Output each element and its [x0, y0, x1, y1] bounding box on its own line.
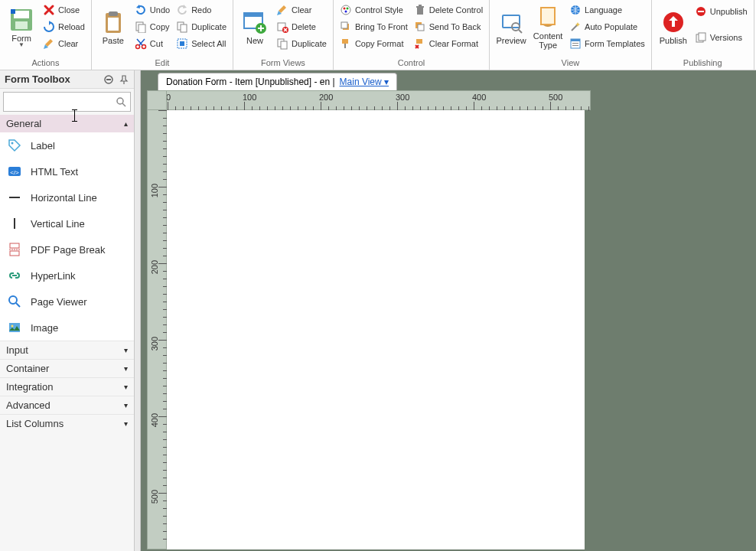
ribbon-group-publishing: Publish Unpublish Versions Publishing	[652, 0, 754, 70]
svg-rect-21	[281, 41, 287, 49]
tool-hyperlink[interactable]: HyperLink	[0, 262, 134, 289]
tool-image[interactable]: Image	[0, 315, 134, 341]
clear-format-button[interactable]: Clear Format	[411, 35, 486, 52]
sidebar-cat-advanced[interactable]: Advanced ▾	[0, 396, 134, 414]
chevron-down-icon: ▾	[124, 346, 128, 354]
tool-page-viewer[interactable]: Page Viewer	[0, 289, 134, 315]
control-style-button[interactable]: Control Style	[337, 2, 411, 18]
document-tab[interactable]: Donation Form - Item [Unpublished] - en …	[158, 73, 397, 90]
search-input[interactable]	[3, 92, 131, 112]
general-items: Label </> HTML Text Horizontal Line Vert…	[0, 132, 134, 341]
svg-rect-35	[416, 39, 422, 44]
close-button[interactable]: Close	[40, 2, 88, 18]
collapse-icon[interactable]	[103, 74, 114, 85]
tool-vertical-line[interactable]: Vertical Line	[0, 210, 134, 236]
duplicate-view-button[interactable]: Duplicate	[273, 35, 330, 52]
select-all-button[interactable]: Select All	[173, 35, 230, 52]
svg-rect-48	[698, 11, 704, 12]
chevron-down-icon: ▾	[124, 419, 128, 428]
svg-rect-45	[572, 45, 578, 46]
sidebar-cat-integration[interactable]: Integration ▾	[0, 377, 134, 396]
tool-pdf-page-break[interactable]: PDF Page Break	[0, 236, 134, 262]
splitter[interactable]	[135, 70, 141, 551]
chevron-up-icon: ▴	[124, 119, 128, 128]
broom-icon	[276, 4, 288, 16]
content-type-button[interactable]: Content Type	[530, 2, 566, 54]
svg-rect-6	[108, 18, 119, 31]
tab-view-link[interactable]: Main View ▾	[340, 77, 389, 87]
svg-point-24	[346, 8, 348, 10]
language-button[interactable]: Language	[566, 2, 648, 18]
form-templates-button[interactable]: Form Templates	[566, 35, 648, 52]
delete-view-button[interactable]: Delete	[273, 18, 330, 35]
form-canvas[interactable]	[167, 110, 585, 549]
svg-rect-43	[571, 39, 580, 41]
svg-rect-3	[11, 9, 15, 14]
tool-horizontal-line[interactable]: Horizontal Line	[0, 184, 134, 210]
tool-label[interactable]: Label	[0, 132, 134, 158]
svg-point-23	[343, 8, 345, 10]
tabbar: Donation Form - Item [Unpublished] - en …	[135, 70, 756, 90]
sidebar-cat-input[interactable]: Input ▾	[0, 341, 134, 359]
svg-rect-8	[138, 24, 145, 33]
pin-icon[interactable]	[119, 74, 129, 85]
preview-button[interactable]: Preview	[493, 2, 530, 54]
paste-button[interactable]: Paste	[95, 2, 132, 54]
ribbon-group-actions: Form ▼ Close Reload Clear Actions	[0, 0, 92, 70]
unpublish-icon	[695, 5, 707, 18]
svg-rect-27	[341, 22, 347, 28]
cut-button[interactable]: Cut	[132, 35, 173, 52]
publish-button[interactable]: Publish	[655, 2, 692, 54]
publish-icon	[661, 10, 686, 34]
ribbon-group-form-views: New Clear Delete Duplicate Form Views	[233, 0, 334, 70]
text-caret	[74, 109, 75, 122]
svg-rect-2	[15, 21, 28, 29]
delete-control-button[interactable]: Delete Control	[411, 2, 486, 18]
bring-front-icon	[340, 21, 352, 33]
svg-rect-28	[342, 39, 348, 44]
duplicate-button[interactable]: Duplicate	[173, 18, 230, 35]
redo-button[interactable]: Redo	[173, 2, 230, 18]
sidebar-cat-list-columns[interactable]: List Columns ▾	[0, 414, 134, 432]
toolbox-search	[0, 89, 134, 115]
svg-point-10	[142, 45, 145, 49]
svg-point-56	[11, 142, 14, 145]
clear-view-button[interactable]: Clear	[273, 2, 330, 18]
new-view-button[interactable]: New	[236, 2, 273, 54]
auto-populate-button[interactable]: Auto Populate	[566, 18, 648, 35]
clear-button[interactable]: Clear	[40, 35, 88, 52]
link-icon	[8, 269, 21, 282]
tool-html-text[interactable]: </> HTML Text	[0, 158, 134, 184]
form-button[interactable]: Form ▼	[3, 2, 40, 54]
vline-icon	[8, 217, 21, 230]
unpublish-button[interactable]: Unpublish	[692, 3, 751, 20]
group-label-edit: Edit	[95, 57, 230, 70]
duplicate-icon	[176, 21, 188, 33]
ruler-vertical: 100200300400500	[147, 110, 167, 549]
ruler-horizontal: 0100200300400500	[147, 90, 591, 110]
close-icon	[43, 4, 55, 16]
undo-button[interactable]: Undo	[132, 2, 173, 18]
hline-icon	[8, 191, 21, 204]
reload-icon	[43, 21, 55, 33]
bring-to-front-button[interactable]: Bring To Front	[337, 18, 411, 35]
copy-button[interactable]: Copy	[132, 18, 173, 35]
sidebar-cat-general[interactable]: General ▴	[0, 115, 134, 132]
image-icon	[8, 321, 21, 334]
svg-rect-30	[417, 8, 423, 15]
tab-title: Donation Form - Item [Unpublished] - en …	[166, 77, 335, 87]
svg-rect-14	[180, 41, 184, 46]
svg-point-22	[341, 5, 350, 15]
sidebar-cat-container[interactable]: Container ▾	[0, 359, 134, 377]
group-label-form-views: Form Views	[236, 57, 330, 70]
svg-rect-29	[344, 44, 346, 48]
reload-button[interactable]: Reload	[40, 18, 88, 35]
versions-button[interactable]: Versions	[692, 29, 751, 46]
send-to-back-button[interactable]: Send To Back	[411, 18, 486, 35]
toolbox-title: Form Toolbox	[5, 73, 70, 85]
copy-format-button[interactable]: Copy Format	[337, 35, 411, 52]
toolbox-titlebar: Form Toolbox	[0, 70, 134, 89]
svg-rect-32	[419, 5, 422, 6]
svg-rect-62	[10, 251, 19, 256]
ruler-corner	[147, 90, 167, 110]
